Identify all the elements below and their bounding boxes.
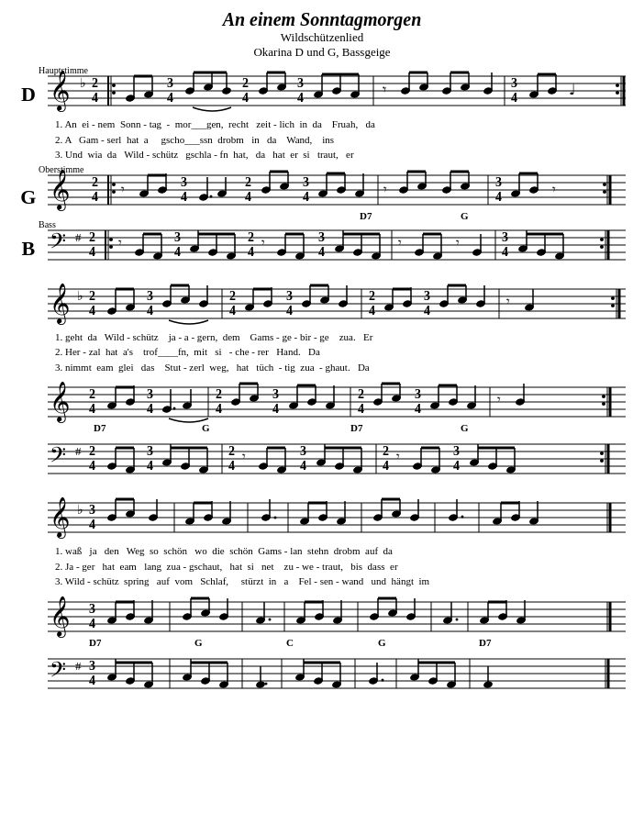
svg-text:3: 3 <box>147 444 153 458</box>
svg-text:𝄾: 𝄾 <box>242 453 246 459</box>
svg-text:4: 4 <box>181 190 187 204</box>
svg-point-560 <box>381 678 383 681</box>
svg-text:2: 2 <box>89 444 95 458</box>
svg-text:2: 2 <box>383 444 389 458</box>
svg-text:3: 3 <box>89 503 95 517</box>
svg-text:4: 4 <box>147 459 153 473</box>
svg-text:4: 4 <box>89 304 95 318</box>
svg-text:3: 3 <box>495 175 502 189</box>
svg-point-135 <box>603 190 606 194</box>
oberstimme-label: Oberstimme <box>39 164 83 174</box>
svg-text:C: C <box>286 637 294 648</box>
svg-point-505 <box>455 618 458 620</box>
svg-text:3: 3 <box>147 387 153 401</box>
svg-text:4: 4 <box>92 190 98 204</box>
title-section: An einem Sonntagmorgen Wildschützenlied … <box>18 9 626 60</box>
svg-text:2: 2 <box>248 230 254 244</box>
svg-text:2: 2 <box>89 387 95 401</box>
svg-text:4: 4 <box>303 190 309 204</box>
svg-point-205 <box>600 238 604 241</box>
score-section-1: Hauptstimme D 𝄞 ♭ 2 4 <box>18 67 626 269</box>
svg-point-134 <box>603 183 606 186</box>
svg-text:4: 4 <box>300 459 306 473</box>
subtitle2: Okarina D und G, Bassgeige <box>18 45 626 60</box>
staff-b: 𝄢 # 2 4 𝄾 <box>39 221 626 269</box>
svg-text:𝄾: 𝄾 <box>121 186 125 192</box>
svg-point-332 <box>602 395 605 398</box>
voice-d-label: D <box>18 83 39 106</box>
svg-text:2: 2 <box>245 175 251 189</box>
svg-text:D7: D7 <box>94 422 106 433</box>
svg-point-400 <box>600 459 604 463</box>
svg-text:𝄞: 𝄞 <box>50 283 70 326</box>
svg-text:4: 4 <box>286 304 293 318</box>
svg-point-428 <box>273 517 276 519</box>
svg-text:4: 4 <box>453 459 460 473</box>
svg-text:G: G <box>194 637 203 648</box>
svg-text:#: # <box>75 659 82 673</box>
svg-point-548 <box>264 682 267 685</box>
svg-text:3: 3 <box>167 76 173 90</box>
svg-text:4: 4 <box>174 245 181 259</box>
svg-point-92 <box>209 195 212 197</box>
lyrics-line-7: 1. waß ja den Weg so schön wo die schön … <box>55 543 626 559</box>
svg-text:3: 3 <box>147 289 153 303</box>
svg-text:♭: ♭ <box>77 503 83 517</box>
svg-text:3: 3 <box>424 289 430 303</box>
svg-point-81 <box>112 190 116 194</box>
voice-b-label: B <box>18 237 39 261</box>
page: An einem Sonntagmorgen Wildschützenlied … <box>0 0 644 825</box>
svg-text:2: 2 <box>89 289 95 303</box>
svg-text:𝄾: 𝄾 <box>261 240 265 245</box>
svg-text:4: 4 <box>424 304 430 318</box>
svg-text:4: 4 <box>415 402 421 416</box>
svg-text:𝄾: 𝄾 <box>506 298 510 304</box>
svg-text:♭: ♭ <box>77 289 83 303</box>
svg-text:4: 4 <box>245 190 251 204</box>
svg-text:4: 4 <box>147 304 153 318</box>
svg-text:4: 4 <box>89 617 95 630</box>
lyrics-line-1: 1. An ei - nem Sonn - tag - mor___gen, r… <box>55 117 626 132</box>
svg-text:D7: D7 <box>479 637 492 648</box>
svg-text:4: 4 <box>248 245 254 259</box>
hauptstimme-label: Hauptstimme <box>39 65 88 75</box>
svg-text:4: 4 <box>228 459 235 473</box>
svg-text:4: 4 <box>216 402 222 416</box>
svg-text:𝄾: 𝄾 <box>383 186 387 192</box>
svg-text:4: 4 <box>89 518 95 531</box>
svg-point-333 <box>602 402 605 406</box>
svg-point-485 <box>268 618 271 620</box>
svg-text:4: 4 <box>167 91 173 105</box>
svg-text:4: 4 <box>502 245 508 259</box>
svg-text:𝄾: 𝄾 <box>552 186 556 192</box>
svg-text:G: G <box>461 210 469 221</box>
svg-text:G: G <box>378 637 386 648</box>
svg-point-68 <box>616 84 619 87</box>
svg-text:#: # <box>75 230 82 244</box>
svg-text:4: 4 <box>358 402 364 416</box>
svg-text:D7: D7 <box>89 637 102 648</box>
svg-text:4: 4 <box>318 245 325 259</box>
svg-text:4: 4 <box>383 459 389 473</box>
svg-text:3: 3 <box>502 230 508 244</box>
svg-text:𝄾: 𝄾 <box>383 86 386 93</box>
staff-b3: 𝄢 # 3 4 <box>39 650 626 697</box>
svg-text:𝄢: 𝄢 <box>50 658 66 686</box>
svg-text:2: 2 <box>358 387 364 401</box>
svg-point-150 <box>109 245 113 249</box>
svg-point-69 <box>616 91 619 95</box>
svg-text:4: 4 <box>89 674 95 687</box>
lyrics-section-1: 1. An ei - nem Sonn - tag - mor___gen, r… <box>55 117 626 162</box>
svg-text:𝄾: 𝄾 <box>118 240 122 245</box>
svg-text:4: 4 <box>369 304 375 318</box>
lyrics-section-3: 1. waß ja den Weg so schön wo die schön … <box>55 543 626 589</box>
svg-text:3: 3 <box>318 230 325 244</box>
svg-point-289 <box>172 407 175 410</box>
svg-point-270 <box>611 296 615 300</box>
svg-text:4: 4 <box>229 304 236 318</box>
bass-label: Bass <box>39 219 56 229</box>
svg-point-149 <box>109 238 113 241</box>
svg-text:4: 4 <box>495 190 502 204</box>
staff-g3: 𝄞 3 4 <box>39 593 626 650</box>
staff-b2: 𝄢 # 2 4 3 4 <box>39 435 626 483</box>
